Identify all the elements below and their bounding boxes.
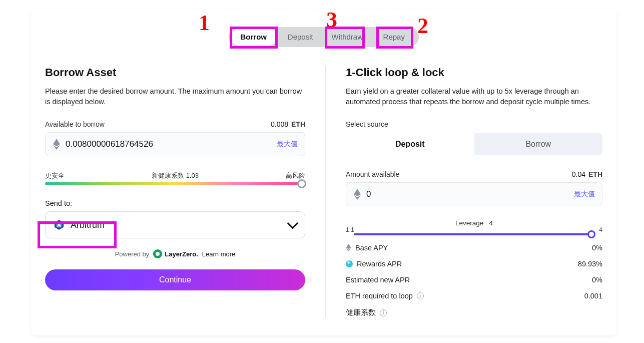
tab-deposit[interactable]: Deposit	[277, 29, 324, 46]
health-slider-thumb[interactable]	[297, 179, 306, 188]
health-factor-label: 健康系数	[346, 308, 376, 317]
base-apy-value: 0%	[592, 244, 602, 252]
amount-available-symbol: ETH	[588, 170, 602, 178]
send-to-label: Send to:	[45, 199, 305, 207]
tab-repay[interactable]: Repay	[371, 29, 418, 46]
leverage-max: 4	[599, 226, 602, 233]
powered-by-text: Powered by	[115, 250, 150, 258]
layerzero-icon	[153, 249, 162, 258]
info-icon[interactable]: i	[417, 292, 424, 299]
send-to-select[interactable]: Arbitrum	[45, 211, 305, 238]
svg-marker-5	[354, 189, 361, 196]
select-source-label: Select source	[346, 120, 602, 128]
eth-required-value: 0.001	[584, 292, 602, 300]
source-segmented-control: Deposit Borrow	[346, 133, 602, 155]
borrow-panel: Borrow Asset Please enter the desired bo…	[45, 66, 325, 317]
amount-available-value: 0.04	[572, 170, 585, 178]
health-label-safer: 更安全	[45, 171, 65, 180]
main-card: Borrow Deposit Withdraw Repay Borrow Ass…	[31, 10, 616, 335]
loop-amount-input-box: 最大值	[346, 182, 602, 206]
eth-required-label: ETH required to loop	[346, 292, 413, 300]
source-borrow-button[interactable]: Borrow	[474, 133, 603, 155]
ethereum-icon	[346, 243, 351, 252]
action-tabs: Borrow Deposit Withdraw Repay	[229, 27, 419, 47]
loop-amount-input[interactable]	[366, 189, 569, 199]
borrow-amount-input[interactable]	[66, 139, 272, 149]
available-to-borrow-label: Available to borrow	[45, 120, 105, 128]
leverage-value: 4	[489, 219, 493, 227]
info-icon[interactable]: i	[380, 309, 387, 316]
loop-description: Earn yield on a greater collateral value…	[346, 86, 602, 107]
leverage-slider[interactable]	[354, 233, 594, 235]
svg-marker-7	[346, 244, 351, 249]
rewards-apr-value: 89.93%	[578, 260, 602, 268]
ethereum-icon	[353, 188, 361, 200]
amount-available-label: Amount available	[346, 170, 399, 178]
loop-panel: 1-Click loop & lock Earn yield on a grea…	[325, 66, 602, 317]
health-slider[interactable]	[45, 182, 305, 185]
learn-more-link[interactable]: Learn more	[202, 250, 235, 258]
estimated-new-apr-value: 0%	[592, 276, 602, 284]
tab-withdraw[interactable]: Withdraw	[324, 29, 371, 46]
available-to-borrow-symbol: ETH	[291, 120, 305, 128]
tab-borrow[interactable]: Borrow	[230, 29, 277, 46]
leverage-min: 1.1	[346, 226, 354, 233]
powered-by-row: Powered by LayerZero. Learn more	[45, 249, 305, 258]
chevron-down-icon	[287, 218, 299, 229]
estimated-new-apr-label: Estimated new APR	[346, 276, 410, 284]
send-to-selected-name: Arbitrum	[71, 220, 105, 230]
rewards-token-icon	[346, 260, 353, 267]
borrow-description: Please enter the desired borrow amount. …	[45, 86, 305, 107]
health-label-new-factor: 新健康系数 1.03	[152, 171, 199, 180]
leverage-label: Leverage	[455, 219, 483, 227]
available-to-borrow-value: 0.008	[271, 120, 288, 128]
arbitrum-icon	[54, 219, 65, 230]
borrow-max-button[interactable]: 最大值	[277, 140, 298, 149]
borrow-amount-input-box: 最大值	[45, 132, 305, 156]
layerzero-badge: LayerZero.	[153, 249, 198, 258]
base-apy-label: Base APY	[355, 244, 388, 252]
loop-title: 1-Click loop & lock	[346, 66, 602, 79]
layerzero-name: LayerZero.	[165, 250, 198, 258]
ethereum-icon	[53, 138, 61, 150]
continue-button[interactable]: Continue	[45, 269, 305, 290]
svg-marker-0	[53, 139, 60, 146]
leverage-slider-thumb[interactable]	[587, 230, 595, 238]
borrow-title: Borrow Asset	[45, 66, 305, 79]
source-deposit-button[interactable]: Deposit	[346, 133, 474, 155]
loop-max-button[interactable]: 最大值	[574, 190, 595, 199]
rewards-apr-label: Rewards APR	[357, 260, 402, 268]
